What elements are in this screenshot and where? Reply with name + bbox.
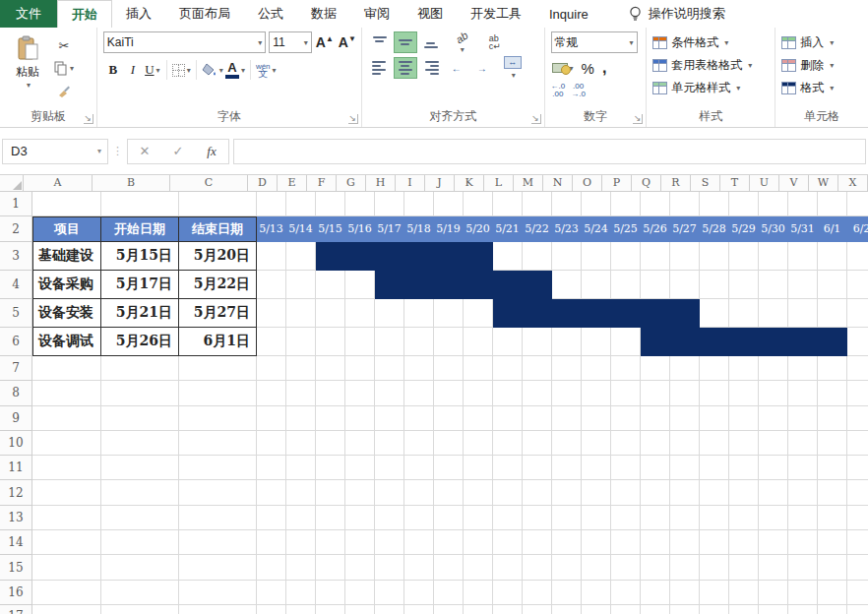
cell-V5[interactable]	[788, 299, 818, 328]
cell-M17[interactable]	[523, 605, 552, 614]
cell-P14[interactable]	[611, 530, 641, 555]
cell-R3[interactable]	[670, 242, 700, 271]
row-header-6[interactable]: 6	[0, 328, 32, 356]
cell-P11[interactable]	[611, 456, 641, 480]
cell-B5[interactable]: 5月21日	[101, 299, 179, 328]
cell-V17[interactable]	[788, 605, 818, 614]
cell-M6[interactable]	[523, 328, 552, 356]
cell-T10[interactable]	[729, 431, 759, 456]
cell-N1[interactable]	[552, 192, 582, 216]
cell-A10[interactable]	[32, 431, 101, 456]
cell-B6[interactable]: 5月26日	[101, 328, 179, 356]
cell-N9[interactable]	[552, 406, 582, 431]
number-format-combo[interactable]: 常规 ▾	[551, 31, 638, 53]
cell-Q3[interactable]	[641, 242, 670, 271]
cell-R1[interactable]	[670, 192, 700, 216]
cell-S10[interactable]	[700, 431, 729, 456]
column-header-D[interactable]: D	[248, 175, 278, 192]
cell-T11[interactable]	[729, 456, 759, 480]
cell-C10[interactable]	[179, 431, 257, 456]
column-header-N[interactable]: N	[543, 175, 573, 192]
cell-A7[interactable]	[32, 356, 101, 381]
cell-A12[interactable]	[32, 480, 101, 505]
cell-B12[interactable]	[101, 480, 179, 505]
cell-N15[interactable]	[552, 555, 582, 580]
cell-F4[interactable]	[316, 271, 345, 299]
cell-A6[interactable]: 设备调试	[32, 328, 101, 356]
cell-Q4[interactable]	[641, 271, 670, 299]
cell-B7[interactable]	[101, 356, 179, 381]
cell-V9[interactable]	[788, 406, 818, 431]
cell-A17[interactable]	[32, 605, 101, 614]
cell-C13[interactable]	[179, 506, 257, 530]
cell-N6[interactable]	[552, 328, 582, 356]
cell-W2[interactable]: 6/1	[818, 216, 847, 242]
cell-B15[interactable]	[101, 555, 179, 580]
copy-button[interactable]: ▾	[49, 58, 79, 78]
cell-U5[interactable]	[759, 299, 788, 328]
cell-M1[interactable]	[523, 192, 552, 216]
paste-dropdown-icon[interactable]: ▾	[27, 81, 31, 90]
cell-E8[interactable]	[286, 381, 316, 405]
cell-P13[interactable]	[611, 506, 641, 530]
comma-style-button[interactable]: ,	[601, 58, 607, 78]
cell-D7[interactable]	[257, 356, 286, 381]
cell-T2[interactable]: 5/29	[729, 216, 759, 242]
cell-P15[interactable]	[611, 555, 641, 580]
cell-M11[interactable]	[523, 456, 552, 480]
cell-F15[interactable]	[316, 555, 345, 580]
cell-X6[interactable]	[847, 328, 868, 356]
conditional-formatting-button[interactable]: 条件格式 ▾	[652, 31, 771, 54]
cell-M3[interactable]	[523, 242, 552, 271]
cell-I14[interactable]	[404, 530, 434, 555]
cell-Q15[interactable]	[641, 555, 670, 580]
font-color-button[interactable]: A ▾	[224, 59, 246, 81]
cell-T13[interactable]	[729, 506, 759, 530]
cell-D8[interactable]	[257, 381, 286, 405]
paste-button[interactable]: 粘贴 ▾	[6, 31, 49, 109]
cell-I8[interactable]	[404, 381, 434, 405]
cell-P1[interactable]	[611, 192, 641, 216]
orientation-button[interactable]: ab▾	[445, 31, 478, 53]
cell-B13[interactable]	[101, 506, 179, 530]
row-header-3[interactable]: 3	[0, 242, 32, 271]
cell-G17[interactable]	[345, 605, 375, 614]
cell-L1[interactable]	[493, 192, 523, 216]
cell-K13[interactable]	[464, 506, 493, 530]
tab-4[interactable]: 数据	[297, 0, 350, 28]
cell-G5[interactable]	[345, 299, 375, 328]
row-header-8[interactable]: 8	[0, 381, 32, 405]
cell-A4[interactable]: 设备采购	[32, 271, 101, 299]
underline-button[interactable]: U▾	[143, 59, 162, 81]
column-header-C[interactable]: C	[170, 175, 248, 192]
cell-R4[interactable]	[670, 271, 700, 299]
cell-D16[interactable]	[257, 581, 286, 605]
cell-U8[interactable]	[759, 381, 788, 405]
cell-V1[interactable]	[788, 192, 818, 216]
align-right-button[interactable]	[419, 57, 443, 79]
cell-T16[interactable]	[729, 581, 759, 605]
accounting-format-button[interactable]: ▾	[551, 62, 575, 74]
row-header-16[interactable]: 16	[0, 581, 32, 605]
cell-E7[interactable]	[286, 356, 316, 381]
cell-S1[interactable]	[700, 192, 729, 216]
increase-decimal-button[interactable]: ←.0 .00	[551, 83, 566, 98]
cell-R14[interactable]	[670, 530, 700, 555]
cell-O7[interactable]	[582, 356, 611, 381]
italic-button[interactable]: I	[123, 59, 143, 81]
cell-U17[interactable]	[759, 605, 788, 614]
cell-R2[interactable]: 5/27	[670, 216, 700, 242]
row-header-7[interactable]: 7	[0, 356, 32, 381]
cell-G1[interactable]	[345, 192, 375, 216]
cell-I5[interactable]	[404, 299, 434, 328]
cell-C14[interactable]	[179, 530, 257, 555]
cell-G16[interactable]	[345, 581, 375, 605]
column-header-Q[interactable]: Q	[632, 175, 661, 192]
cell-S11[interactable]	[700, 456, 729, 480]
cell-X13[interactable]	[847, 506, 868, 530]
cell-L13[interactable]	[493, 506, 523, 530]
cell-J16[interactable]	[434, 581, 464, 605]
cell-G11[interactable]	[345, 456, 375, 480]
cell-C1[interactable]	[179, 192, 257, 216]
phonetic-guide-button[interactable]: wén 文 ▾	[255, 59, 278, 81]
